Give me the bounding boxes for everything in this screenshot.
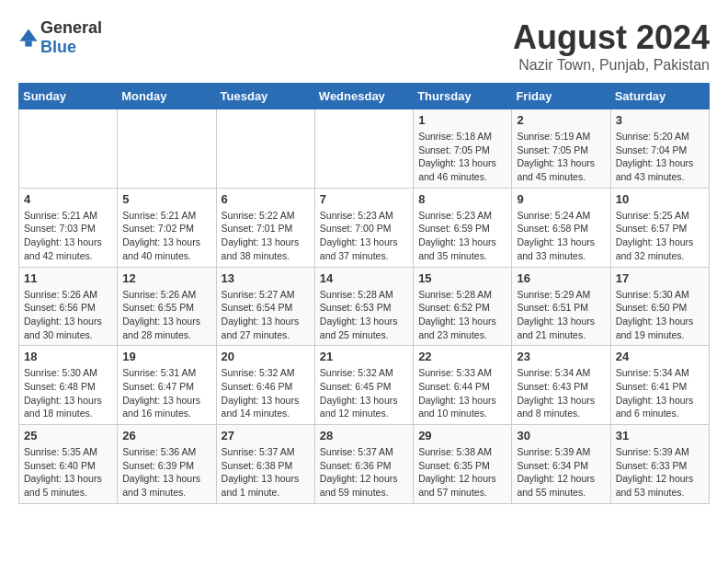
day-number: 29 xyxy=(418,429,506,442)
calendar-table: SundayMondayTuesdayWednesdayThursdayFrid… xyxy=(18,83,710,504)
day-info: Sunrise: 5:22 AM Sunset: 7:01 PM Dayligh… xyxy=(222,209,310,263)
logo-general: General xyxy=(40,18,102,37)
calendar-cell: 17Sunrise: 5:30 AM Sunset: 6:50 PM Dayli… xyxy=(610,267,709,346)
day-info: Sunrise: 5:21 AM Sunset: 7:03 PM Dayligh… xyxy=(24,209,112,263)
page-header: General Blue August 2024 Nazir Town, Pun… xyxy=(18,18,710,74)
calendar-cell: 18Sunrise: 5:30 AM Sunset: 6:48 PM Dayli… xyxy=(19,346,118,425)
day-info: Sunrise: 5:23 AM Sunset: 7:00 PM Dayligh… xyxy=(320,209,408,263)
day-number: 14 xyxy=(320,271,408,285)
day-info: Sunrise: 5:28 AM Sunset: 6:52 PM Dayligh… xyxy=(418,288,506,342)
calendar-week-row: 4Sunrise: 5:21 AM Sunset: 7:03 PM Daylig… xyxy=(19,188,710,267)
day-number: 21 xyxy=(320,350,408,363)
day-info: Sunrise: 5:37 AM Sunset: 6:38 PM Dayligh… xyxy=(222,445,310,500)
calendar-cell: 6Sunrise: 5:22 AM Sunset: 7:01 PM Daylig… xyxy=(216,188,314,267)
calendar-cell: 29Sunrise: 5:38 AM Sunset: 6:35 PM Dayli… xyxy=(414,425,512,504)
calendar-cell: 1Sunrise: 5:18 AM Sunset: 7:05 PM Daylig… xyxy=(414,109,512,189)
calendar-week-row: 1Sunrise: 5:18 AM Sunset: 7:05 PM Daylig… xyxy=(19,109,710,189)
day-info: Sunrise: 5:30 AM Sunset: 6:50 PM Dayligh… xyxy=(616,288,704,342)
calendar-cell xyxy=(314,109,413,189)
weekday-header-wednesday: Wednesday xyxy=(314,84,413,109)
day-info: Sunrise: 5:28 AM Sunset: 6:53 PM Dayligh… xyxy=(320,288,408,342)
day-number: 23 xyxy=(517,350,605,363)
day-number: 25 xyxy=(24,429,112,442)
logo-blue: Blue xyxy=(40,38,76,56)
calendar-cell: 31Sunrise: 5:39 AM Sunset: 6:33 PM Dayli… xyxy=(610,425,709,504)
day-info: Sunrise: 5:26 AM Sunset: 6:55 PM Dayligh… xyxy=(122,288,210,342)
calendar-cell: 12Sunrise: 5:26 AM Sunset: 6:55 PM Dayli… xyxy=(118,267,216,346)
day-info: Sunrise: 5:32 AM Sunset: 6:45 PM Dayligh… xyxy=(320,366,408,420)
day-number: 18 xyxy=(24,350,112,363)
calendar-cell: 13Sunrise: 5:27 AM Sunset: 6:54 PM Dayli… xyxy=(216,267,314,346)
day-number: 2 xyxy=(517,113,605,127)
calendar-cell: 25Sunrise: 5:35 AM Sunset: 6:40 PM Dayli… xyxy=(19,425,118,504)
day-number: 16 xyxy=(517,271,605,285)
day-info: Sunrise: 5:32 AM Sunset: 6:46 PM Dayligh… xyxy=(222,366,310,420)
day-info: Sunrise: 5:37 AM Sunset: 6:36 PM Dayligh… xyxy=(320,445,408,500)
day-info: Sunrise: 5:29 AM Sunset: 6:51 PM Dayligh… xyxy=(517,288,605,342)
day-info: Sunrise: 5:38 AM Sunset: 6:35 PM Dayligh… xyxy=(418,445,506,500)
calendar-subtitle: Nazir Town, Punjab, Pakistan xyxy=(513,57,710,74)
day-info: Sunrise: 5:25 AM Sunset: 6:57 PM Dayligh… xyxy=(616,209,704,263)
calendar-cell: 14Sunrise: 5:28 AM Sunset: 6:53 PM Dayli… xyxy=(314,267,413,346)
calendar-cell: 4Sunrise: 5:21 AM Sunset: 7:03 PM Daylig… xyxy=(19,188,118,267)
calendar-cell: 9Sunrise: 5:24 AM Sunset: 6:58 PM Daylig… xyxy=(512,188,610,267)
day-number: 19 xyxy=(122,350,210,363)
day-info: Sunrise: 5:20 AM Sunset: 7:04 PM Dayligh… xyxy=(616,130,704,184)
calendar-cell: 3Sunrise: 5:20 AM Sunset: 7:04 PM Daylig… xyxy=(610,109,709,189)
day-number: 8 xyxy=(418,192,506,206)
calendar-cell: 23Sunrise: 5:34 AM Sunset: 6:43 PM Dayli… xyxy=(512,346,610,425)
day-info: Sunrise: 5:23 AM Sunset: 6:59 PM Dayligh… xyxy=(418,209,506,263)
day-number: 28 xyxy=(320,429,408,442)
svg-rect-1 xyxy=(25,41,31,47)
calendar-cell: 19Sunrise: 5:31 AM Sunset: 6:47 PM Dayli… xyxy=(118,346,216,425)
day-number: 10 xyxy=(616,192,704,206)
day-number: 13 xyxy=(222,271,310,285)
day-number: 20 xyxy=(222,350,310,363)
calendar-week-row: 11Sunrise: 5:26 AM Sunset: 6:56 PM Dayli… xyxy=(19,267,710,346)
svg-marker-0 xyxy=(19,29,37,40)
day-info: Sunrise: 5:18 AM Sunset: 7:05 PM Dayligh… xyxy=(418,130,506,184)
day-number: 7 xyxy=(320,192,408,206)
day-number: 17 xyxy=(616,271,704,285)
calendar-cell: 22Sunrise: 5:33 AM Sunset: 6:44 PM Dayli… xyxy=(414,346,512,425)
calendar-cell: 30Sunrise: 5:39 AM Sunset: 6:34 PM Dayli… xyxy=(512,425,610,504)
weekday-header-saturday: Saturday xyxy=(610,84,709,109)
calendar-cell: 28Sunrise: 5:37 AM Sunset: 6:36 PM Dayli… xyxy=(314,425,413,504)
logo-icon xyxy=(18,28,39,48)
day-info: Sunrise: 5:34 AM Sunset: 6:41 PM Dayligh… xyxy=(616,366,704,420)
calendar-cell: 24Sunrise: 5:34 AM Sunset: 6:41 PM Dayli… xyxy=(610,346,709,425)
day-number: 27 xyxy=(222,429,310,442)
day-number: 6 xyxy=(222,192,310,206)
day-number: 15 xyxy=(418,271,506,285)
day-number: 30 xyxy=(517,429,605,442)
calendar-cell: 7Sunrise: 5:23 AM Sunset: 7:00 PM Daylig… xyxy=(314,188,413,267)
day-number: 22 xyxy=(418,350,506,363)
calendar-cell: 21Sunrise: 5:32 AM Sunset: 6:45 PM Dayli… xyxy=(314,346,413,425)
day-number: 31 xyxy=(616,429,704,442)
day-number: 12 xyxy=(122,271,210,285)
day-info: Sunrise: 5:35 AM Sunset: 6:40 PM Dayligh… xyxy=(24,445,112,500)
day-number: 1 xyxy=(418,113,506,127)
weekday-header-row: SundayMondayTuesdayWednesdayThursdayFrid… xyxy=(19,84,710,109)
calendar-week-row: 18Sunrise: 5:30 AM Sunset: 6:48 PM Dayli… xyxy=(19,346,710,425)
weekday-header-sunday: Sunday xyxy=(19,84,118,109)
day-info: Sunrise: 5:33 AM Sunset: 6:44 PM Dayligh… xyxy=(418,366,506,420)
day-number: 9 xyxy=(517,192,605,206)
calendar-cell: 16Sunrise: 5:29 AM Sunset: 6:51 PM Dayli… xyxy=(512,267,610,346)
day-number: 4 xyxy=(24,192,112,206)
day-info: Sunrise: 5:36 AM Sunset: 6:39 PM Dayligh… xyxy=(122,445,210,500)
day-info: Sunrise: 5:21 AM Sunset: 7:02 PM Dayligh… xyxy=(122,209,210,263)
title-area: August 2024 Nazir Town, Punjab, Pakistan xyxy=(513,18,710,74)
day-number: 26 xyxy=(122,429,210,442)
day-info: Sunrise: 5:39 AM Sunset: 6:33 PM Dayligh… xyxy=(616,445,704,500)
day-info: Sunrise: 5:31 AM Sunset: 6:47 PM Dayligh… xyxy=(122,366,210,420)
calendar-cell: 20Sunrise: 5:32 AM Sunset: 6:46 PM Dayli… xyxy=(216,346,314,425)
day-info: Sunrise: 5:26 AM Sunset: 6:56 PM Dayligh… xyxy=(24,288,112,342)
calendar-cell: 27Sunrise: 5:37 AM Sunset: 6:38 PM Dayli… xyxy=(216,425,314,504)
calendar-cell: 11Sunrise: 5:26 AM Sunset: 6:56 PM Dayli… xyxy=(19,267,118,346)
day-number: 3 xyxy=(616,113,704,127)
calendar-cell: 15Sunrise: 5:28 AM Sunset: 6:52 PM Dayli… xyxy=(414,267,512,346)
day-number: 11 xyxy=(24,271,112,285)
weekday-header-friday: Friday xyxy=(512,84,610,109)
calendar-cell xyxy=(19,109,118,189)
